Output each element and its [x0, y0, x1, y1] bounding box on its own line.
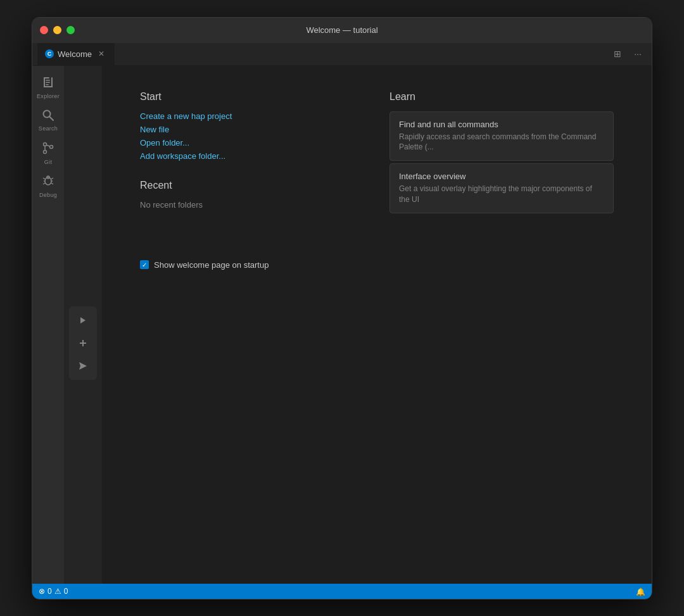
tab-welcome[interactable]: C Welcome ✕	[37, 42, 115, 65]
show-welcome-checkbox[interactable]: ✓	[140, 260, 149, 269]
learn-cards: Find and run all commands Rapidly access…	[390, 111, 614, 215]
error-icon: ⊗	[39, 587, 45, 596]
maximize-button[interactable]	[66, 26, 75, 34]
debug-label: Debug	[39, 192, 57, 198]
sidebar-item-explorer[interactable]: Explorer	[33, 71, 63, 104]
warning-count: 0	[64, 587, 68, 596]
split-editor-button[interactable]: ⊞	[609, 45, 626, 63]
side-panel	[64, 66, 102, 584]
side-panel-group	[69, 306, 97, 380]
recent-title: Recent	[140, 180, 364, 191]
main-layout: Explorer Search	[32, 66, 652, 584]
git-icon	[42, 141, 54, 157]
bell-icon[interactable]: 🔔	[636, 588, 645, 596]
traffic-lights	[40, 26, 75, 34]
learn-title: Learn	[390, 91, 614, 103]
find-commands-desc: Rapidly access and search commands from …	[399, 132, 604, 153]
error-count: 0	[48, 587, 52, 596]
checkbox-row: ✓ Show welcome page on startup	[140, 260, 614, 270]
link-add-workspace[interactable]: Add workspace folder...	[140, 151, 364, 161]
svg-line-8	[49, 116, 53, 120]
interface-overview-desc: Get a visual overlay highlighting the ma…	[399, 184, 604, 205]
learn-card-find-commands[interactable]: Find and run all commands Rapidly access…	[390, 111, 614, 161]
explorer-label: Explorer	[37, 93, 60, 99]
tabbar: C Welcome ✕ ⊞ ···	[32, 43, 652, 66]
start-links: Create a new hap project New file Open f…	[140, 111, 364, 161]
status-errors[interactable]: ⊗ 0 ⚠ 0	[39, 587, 68, 596]
content-area: Start Create a new hap project New file …	[102, 66, 652, 584]
activity-bar: Explorer Search	[32, 66, 64, 584]
status-bar: ⊗ 0 ⚠ 0 🔔	[32, 584, 652, 599]
search-label: Search	[39, 125, 58, 132]
tab-welcome-label: Welcome	[58, 49, 92, 59]
svg-line-13	[43, 178, 45, 179]
svg-point-9	[44, 142, 47, 146]
svg-line-17	[43, 183, 45, 184]
link-open-folder[interactable]: Open folder...	[140, 138, 364, 148]
start-section: Start Create a new hap project New file …	[140, 91, 364, 215]
explorer-icon	[41, 75, 55, 91]
interface-overview-title: Interface overview	[399, 172, 604, 181]
show-welcome-label: Show welcome page on startup	[154, 260, 269, 270]
close-button[interactable]	[40, 26, 48, 34]
git-label: Git	[44, 159, 52, 165]
svg-line-18	[51, 183, 53, 184]
more-actions-button[interactable]: ···	[629, 45, 647, 63]
learn-card-interface-overview[interactable]: Interface overview Get a visual overlay …	[390, 163, 614, 213]
svg-rect-2	[44, 86, 53, 87]
status-left: ⊗ 0 ⚠ 0	[39, 587, 68, 596]
minimize-button[interactable]	[53, 26, 61, 34]
sidebar-item-search[interactable]: Search	[33, 104, 63, 137]
titlebar: Welcome — tutorial	[32, 18, 652, 43]
svg-rect-5	[46, 82, 50, 83]
recent-section: Recent No recent folders	[140, 180, 364, 210]
learn-section: Learn Find and run all commands Rapidly …	[390, 91, 614, 215]
search-icon	[42, 109, 54, 123]
tab-close-button[interactable]: ✕	[96, 48, 107, 60]
svg-rect-4	[46, 80, 50, 81]
tabbar-actions: ⊞ ···	[609, 45, 647, 63]
checkmark-icon: ✓	[142, 261, 147, 268]
window-title: Welcome — tutorial	[306, 25, 377, 35]
start-title: Start	[140, 91, 364, 103]
sidebar-item-debug[interactable]: Debug	[33, 170, 63, 203]
tab-welcome-icon: C	[45, 49, 54, 58]
svg-rect-6	[46, 84, 49, 85]
link-new-file[interactable]: New file	[140, 125, 364, 134]
svg-marker-20	[80, 317, 86, 324]
svg-rect-1	[44, 77, 45, 87]
status-right: 🔔	[636, 586, 645, 597]
warning-icon: ⚠	[54, 587, 61, 596]
play-button[interactable]	[73, 310, 93, 330]
svg-line-14	[51, 178, 53, 179]
debug-icon	[42, 174, 54, 190]
sidebar-item-git[interactable]: Git	[33, 137, 63, 170]
welcome-grid: Start Create a new hap project New file …	[140, 91, 614, 270]
send-button[interactable]	[73, 356, 93, 376]
no-recent-text: No recent folders	[140, 200, 364, 210]
svg-point-11	[44, 150, 47, 153]
find-commands-title: Find and run all commands	[399, 120, 604, 129]
svg-point-10	[50, 145, 53, 148]
add-button[interactable]	[73, 333, 93, 353]
app-window: Welcome — tutorial C Welcome ✕ ⊞ ···	[32, 17, 652, 600]
svg-marker-23	[79, 362, 87, 370]
link-new-hap[interactable]: Create a new hap project	[140, 111, 364, 121]
show-welcome-checkbox-container[interactable]: ✓ Show welcome page on startup	[140, 260, 269, 270]
svg-rect-3	[51, 77, 53, 87]
